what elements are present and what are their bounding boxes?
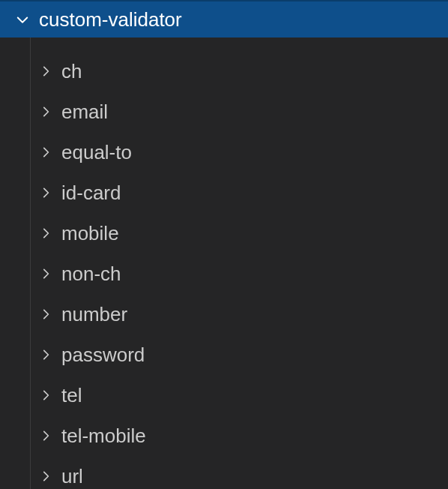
tree-container: ch email equal-to id-card [0,38,448,489]
tree-item-label: non-ch [61,262,121,286]
tree-item-label: url [61,465,83,488]
tree-item-label: email [61,100,108,124]
tree-item-label: password [61,344,145,367]
chevron-right-icon [39,308,52,321]
folder-title: custom-validator [39,8,182,32]
tree-item-mobile[interactable]: mobile [30,213,448,254]
chevron-right-icon [39,64,52,78]
tree-item-non-ch[interactable]: non-ch [30,254,448,294]
tree-item-label: id-card [61,182,121,205]
tree-item-url[interactable]: url [30,456,448,489]
tree-item-tel-mobile[interactable]: tel-mobile [30,416,448,456]
chevron-right-icon [39,470,52,483]
chevron-down-icon [15,12,30,27]
tree-item-label: tel-mobile [61,424,146,448]
chevron-right-icon [39,105,52,118]
chevron-right-icon [39,348,52,362]
chevron-right-icon [39,267,52,280]
tree-item-label: equal-to [61,141,132,164]
tree-item-label: number [61,303,127,326]
folder-header[interactable]: custom-validator [0,0,448,38]
tree-item-tel[interactable]: tel [30,375,448,416]
tree-item-label: mobile [61,222,119,245]
chevron-right-icon [39,388,52,402]
tree-item-label: ch [61,60,82,83]
tree-item-ch[interactable]: ch [30,51,448,92]
tree-item-label: tel [61,384,82,407]
chevron-right-icon [39,429,52,442]
tree-item-equal-to[interactable]: equal-to [30,132,448,172]
tree-indent-guide [30,38,31,489]
chevron-right-icon [39,186,52,200]
tree-item-password[interactable]: password [30,334,448,375]
tree-item-number[interactable]: number [30,294,448,334]
chevron-right-icon [39,146,52,159]
tree-item-email[interactable]: email [30,92,448,132]
chevron-right-icon [39,226,52,240]
tree-item-id-card[interactable]: id-card [30,172,448,213]
